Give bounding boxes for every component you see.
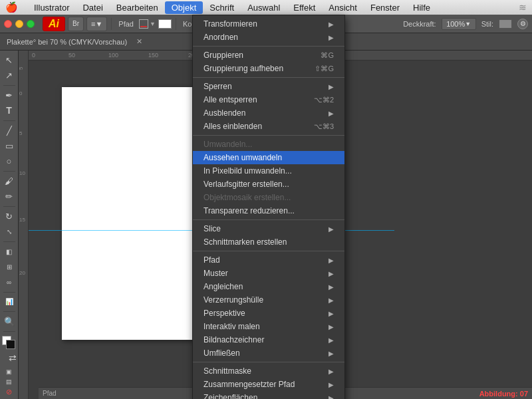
scale-tool[interactable]: ⤡ bbox=[2, 225, 17, 239]
menu-item-perspektive[interactable]: Perspektive ▶ bbox=[193, 307, 344, 320]
umfliessen-arrow: ▶ bbox=[329, 350, 334, 357]
pencil-tool[interactable]: ✏ bbox=[2, 190, 17, 203]
vertical-ruler: 5 0 5 10 15 20 bbox=[19, 51, 29, 399]
menu-item-interaktiv[interactable]: Interaktiv malen ▶ bbox=[193, 320, 344, 333]
menu-ansicht[interactable]: Ansicht bbox=[322, 1, 364, 14]
color-mode-button[interactable]: ▣ bbox=[3, 367, 16, 376]
figure-label: Abbildung: 07 bbox=[479, 390, 528, 398]
rect-tool[interactable]: ▭ bbox=[2, 139, 17, 153]
menu-item-verzerrung[interactable]: Verzerrungshülle ▶ bbox=[193, 293, 344, 307]
menu-item-alles-einblenden[interactable]: Alles einblenden ⌥⌘3 bbox=[193, 120, 344, 133]
menu-effekt[interactable]: Effekt bbox=[287, 1, 322, 14]
menu-bearbeiten[interactable]: Bearbeiten bbox=[110, 1, 165, 14]
chart-tool[interactable]: 📊 bbox=[2, 295, 17, 309]
color-selector[interactable]: ⇄ bbox=[2, 336, 17, 354]
menu-item-gruppierung-aufheben[interactable]: Gruppierung aufheben ⇧⌘G bbox=[193, 62, 344, 75]
menu-item-sperren[interactable]: Sperren ▶ bbox=[193, 80, 344, 93]
menu-item-umfliessen[interactable]: Umfließen ▶ bbox=[193, 346, 344, 360]
deckkraft-label: Deckkraft: bbox=[400, 20, 439, 28]
menu-bar: 🍎 Illustrator Datei Bearbeiten Objekt Sc… bbox=[0, 0, 532, 15]
perspektive-arrow: ▶ bbox=[329, 310, 334, 317]
menu-item-alle-entsperren[interactable]: Alle entsperren ⌥⌘2 bbox=[193, 93, 344, 106]
apple-menu-icon[interactable]: 🍎 bbox=[5, 1, 18, 13]
deckkraft-arrow: ▼ bbox=[465, 21, 471, 27]
stroke-color-box[interactable] bbox=[6, 340, 15, 349]
doc-tab-close[interactable]: ✕ bbox=[136, 37, 142, 46]
line-tool[interactable]: ╱ bbox=[2, 124, 17, 138]
deckkraft-value: 100% bbox=[446, 20, 465, 28]
menu-section-6: Pfad ▶ Muster ▶ Angleichen ▶ Verzerrungs… bbox=[193, 251, 344, 362]
menu-illustrator[interactable]: Illustrator bbox=[27, 1, 76, 14]
menu-item-bildnachzeichner[interactable]: Bildnachzeichner ▶ bbox=[193, 333, 344, 346]
menu-hilfe[interactable]: Hilfe bbox=[406, 1, 437, 14]
arrange-button[interactable]: ≡▼ bbox=[86, 17, 107, 31]
menu-section-4: Umwandeln... Aussehen umwandeln In Pixel… bbox=[193, 136, 344, 220]
menu-item-objektmosaik: Objektmosaik erstellen... bbox=[193, 191, 344, 204]
pen-tool[interactable]: ✒ bbox=[2, 88, 17, 102]
paintbrush-tool[interactable]: 🖌 bbox=[2, 174, 17, 188]
menu-fenster[interactable]: Fenster bbox=[364, 1, 406, 14]
menu-item-pfad[interactable]: Pfad ▶ bbox=[193, 253, 344, 267]
objekt-dropdown-menu[interactable]: Transformieren ▶ Anordnen ▶ Gruppieren ⌘… bbox=[192, 15, 345, 399]
menu-item-schnittmarken[interactable]: Schnittmarken erstellen bbox=[193, 235, 344, 249]
deckkraft-input[interactable]: 100% ▼ bbox=[442, 18, 476, 30]
angleichen-arrow: ▶ bbox=[329, 283, 334, 291]
none-mode-button[interactable]: ⊘ bbox=[3, 387, 16, 396]
swap-colors-icon[interactable]: ⇄ bbox=[9, 352, 17, 363]
ruler-v-tick3: 5 bbox=[19, 130, 22, 136]
menu-item-gruppieren[interactable]: Gruppieren ⌘G bbox=[193, 49, 344, 62]
selection-tool[interactable]: ↖ bbox=[2, 53, 17, 67]
menu-item-transparenz[interactable]: Transparenz reduzieren... bbox=[193, 204, 344, 217]
gradient-mode-button[interactable]: ▤ bbox=[3, 377, 16, 386]
blend-tool[interactable]: ∞ bbox=[2, 275, 17, 289]
stroke-color-selector[interactable]: ▼ bbox=[139, 19, 156, 29]
pfad-label: Pfad bbox=[116, 20, 136, 28]
ai-logo: Ai bbox=[43, 17, 65, 31]
menu-datei[interactable]: Datei bbox=[76, 1, 109, 14]
type-tool[interactable]: T bbox=[2, 104, 17, 118]
alles-einblenden-shortcut: ⌥⌘3 bbox=[314, 122, 334, 131]
gradient-tool[interactable]: ◧ bbox=[2, 245, 17, 259]
ruler-h-0: 0 bbox=[32, 52, 35, 59]
menu-item-verlaufsgitter[interactable]: Verlaufsgitter erstellen... bbox=[193, 178, 344, 191]
lt-sep-1 bbox=[3, 85, 15, 86]
mesh-tool[interactable]: ⊞ bbox=[2, 260, 17, 274]
stroke-box[interactable] bbox=[139, 19, 148, 29]
menu-section-5: Slice ▶ Schnittmarken erstellen bbox=[193, 220, 344, 251]
lt-sep-2 bbox=[3, 120, 15, 121]
menu-section-1: Transformieren ▶ Anordnen ▶ bbox=[193, 15, 344, 47]
menu-schrift[interactable]: Schrift bbox=[203, 1, 241, 14]
br-button[interactable]: Br bbox=[68, 17, 84, 31]
menu-item-ausblenden[interactable]: Ausblenden ▶ bbox=[193, 106, 344, 120]
menu-item-zeichenflaechen[interactable]: Zeichenflächen ▶ bbox=[193, 391, 344, 399]
zoom-tool[interactable]: 🔍 bbox=[2, 315, 17, 329]
rotate-tool[interactable]: ↻ bbox=[2, 209, 17, 223]
verlaufsgitter-label: Verlaufsgitter erstellen... bbox=[203, 180, 289, 189]
menu-auswahl[interactable]: Auswahl bbox=[241, 1, 287, 14]
menu-item-slice[interactable]: Slice ▶ bbox=[193, 222, 344, 235]
ellipse-tool[interactable]: ○ bbox=[2, 154, 17, 168]
close-button[interactable] bbox=[4, 20, 12, 28]
menu-item-zusammengesetzt[interactable]: Zusammengesetzter Pfad ▶ bbox=[193, 378, 344, 391]
zusammengesetzt-label: Zusammengesetzter Pfad bbox=[203, 380, 295, 389]
stil-box[interactable] bbox=[499, 19, 512, 29]
menu-item-transformieren[interactable]: Transformieren ▶ bbox=[193, 17, 344, 31]
anordnen-arrow: ▶ bbox=[329, 34, 334, 41]
menu-item-pixelbild-umwandeln[interactable]: In Pixelbild umwandeln... bbox=[193, 164, 344, 178]
menu-item-anordnen[interactable]: Anordnen ▶ bbox=[193, 31, 344, 44]
maximize-button[interactable] bbox=[27, 20, 35, 28]
direct-selection-tool[interactable]: ↗ bbox=[2, 68, 17, 82]
menu-objekt[interactable]: Objekt bbox=[165, 1, 203, 14]
menu-item-angleichen[interactable]: Angleichen ▶ bbox=[193, 280, 344, 293]
minimize-button[interactable] bbox=[15, 20, 23, 28]
alle-entsperren-shortcut: ⌥⌘2 bbox=[314, 96, 334, 104]
ruler-v-tick: 5 bbox=[19, 67, 24, 70]
doc-tab-label[interactable]: Plakette° bei 70 % (CMYK/Vorschau) bbox=[4, 38, 130, 46]
menu-item-schnittmaske[interactable]: Schnittmaske ▶ bbox=[193, 364, 344, 378]
fill-box[interactable] bbox=[158, 19, 172, 29]
gruppierung-aufheben-shortcut: ⇧⌘G bbox=[315, 65, 334, 73]
slice-arrow: ▶ bbox=[329, 225, 334, 233]
menu-item-aussehen-umwandeln[interactable]: Aussehen umwandeln bbox=[193, 151, 344, 164]
settings-button[interactable]: ⚙ bbox=[517, 19, 528, 29]
menu-item-muster[interactable]: Muster ▶ bbox=[193, 267, 344, 280]
